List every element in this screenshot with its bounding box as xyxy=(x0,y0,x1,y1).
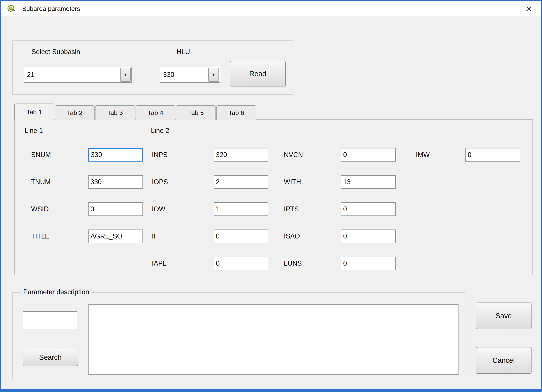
field-input-imw[interactable] xyxy=(466,148,520,162)
field-input-tnum[interactable] xyxy=(88,175,143,189)
cancel-button[interactable]: Cancel xyxy=(476,347,531,374)
selection-groupbox: Select Subbasin 21 ▼ HLU 330 ▼ Read xyxy=(12,40,293,95)
field-label-iow: IOW xyxy=(152,202,165,216)
field-input-wsid[interactable] xyxy=(88,202,143,216)
field-label-title: TITLE xyxy=(31,229,49,243)
field-input-ii[interactable] xyxy=(214,229,268,243)
subbasin-combobox[interactable]: 21 ▼ xyxy=(24,67,132,83)
tab-2[interactable]: Tab 2 xyxy=(55,105,95,120)
tab-6[interactable]: Tab 6 xyxy=(217,105,256,120)
field-label-imw: IMW xyxy=(416,148,430,162)
tab-strip: Tab 1 Tab 2 Tab 3 Tab 4 Tab 5 Tab 6 xyxy=(14,103,257,120)
field-input-luns[interactable] xyxy=(341,257,396,270)
subbasin-label: Select Subbasin xyxy=(32,48,80,56)
field-label-with: WITH xyxy=(284,175,301,189)
app-icon xyxy=(7,4,16,13)
field-input-iow[interactable] xyxy=(214,202,268,216)
field-label-isao: ISAO xyxy=(284,229,300,243)
field-label-inps: INPS xyxy=(152,148,168,162)
field-label-ipts: IPTS xyxy=(284,202,299,216)
hlu-label: HLU xyxy=(177,48,190,56)
tab-3[interactable]: Tab 3 xyxy=(95,105,135,120)
field-input-isao[interactable] xyxy=(341,229,396,243)
tab-1[interactable]: Tab 1 xyxy=(14,103,54,120)
hlu-combobox[interactable]: 330 ▼ xyxy=(160,67,220,83)
chevron-down-icon[interactable]: ▼ xyxy=(120,68,131,82)
search-button[interactable]: Search xyxy=(23,349,78,366)
tab1-panel: Line 1 Line 2 SNUM TNUM WSID TITLE INPS … xyxy=(14,119,533,275)
parameter-description-legend: Parameter description xyxy=(21,288,91,296)
field-input-snum[interactable] xyxy=(88,148,143,162)
field-label-tnum: TNUM xyxy=(31,175,51,189)
field-label-luns: LUNS xyxy=(284,257,302,270)
description-textarea[interactable] xyxy=(88,304,459,375)
field-input-iops[interactable] xyxy=(214,175,268,189)
field-label-iapl: IAPL xyxy=(152,257,166,270)
field-label-nvcn: NVCN xyxy=(284,148,303,162)
field-input-iapl[interactable] xyxy=(214,257,268,270)
field-label-snum: SNUM xyxy=(31,148,51,162)
save-button[interactable]: Save xyxy=(476,303,531,329)
field-label-wsid: WSID xyxy=(31,202,49,216)
field-input-ipts[interactable] xyxy=(341,202,396,216)
window-title: Subarea parameters xyxy=(22,5,80,12)
field-input-inps[interactable] xyxy=(214,148,268,162)
parameter-description-groupbox: Parameter description Search xyxy=(12,292,466,379)
chevron-down-icon[interactable]: ▼ xyxy=(208,68,219,82)
parameter-search-input[interactable] xyxy=(23,311,77,329)
field-label-iops: IOPS xyxy=(152,175,168,189)
hlu-value: 330 xyxy=(160,71,208,79)
line1-label: Line 1 xyxy=(25,127,43,135)
field-input-nvcn[interactable] xyxy=(341,148,396,162)
read-button[interactable]: Read xyxy=(230,61,286,87)
subbasin-value: 21 xyxy=(24,71,119,79)
tab-5[interactable]: Tab 5 xyxy=(176,105,216,120)
field-label-ii: II xyxy=(152,229,156,243)
field-input-with[interactable] xyxy=(341,175,396,189)
field-input-title[interactable] xyxy=(88,229,143,243)
tab-4[interactable]: Tab 4 xyxy=(136,105,175,120)
titlebar: Subarea parameters × xyxy=(1,1,541,16)
line2-label: Line 2 xyxy=(151,127,169,135)
subarea-parameters-dialog: Subarea parameters × Select Subbasin 21 … xyxy=(0,0,542,392)
close-icon[interactable]: × xyxy=(522,3,536,15)
